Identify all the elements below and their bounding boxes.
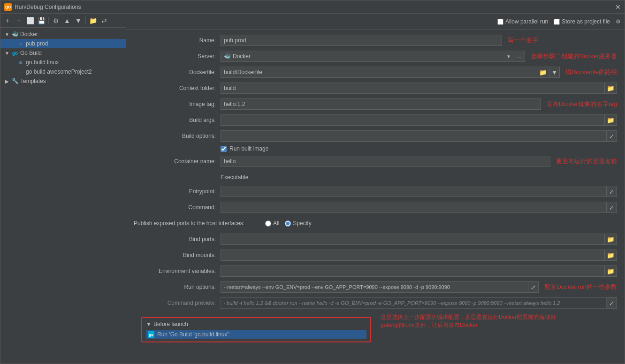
sidebar: + − ⬜ 💾 ⚙ ▲ ▼ 📁 ⇄ ▼ 🐳 Docker — [0, 14, 126, 364]
bind-mounts-input[interactable] — [221, 250, 605, 261]
command-preview-display: · build -t hello 1.2 && docker run --nam… — [221, 297, 607, 309]
env-variables-browse-button[interactable]: 📁 — [605, 265, 617, 277]
server-annotation: 选择步骤二创建的Docker服务器 — [531, 52, 617, 61]
save-config-button[interactable]: 💾 — [36, 15, 46, 26]
tree-pub-prod[interactable]: ≡ pub.prod — [0, 39, 126, 48]
server-row: Server: 🐳 Docker ▼ ... 选择步骤二创建的Docker服务器 — [134, 50, 617, 63]
form-area: Name: 写一个名字 Server: 🐳 Docker ▼ ... — [126, 30, 625, 364]
allow-parallel-text: Allow parallel run — [505, 18, 548, 25]
build-options-label: Build options: — [134, 133, 221, 139]
command-preview-label: Command preview: — [134, 300, 221, 306]
publish-ports-label: Publish exposed ports to the host interf… — [134, 220, 265, 227]
window-title: Run/Debug Configurations — [15, 4, 81, 10]
before-launch-annotation: 这里选择上一步配置的编译配置，意思是在运行Docker配置前先编译好golang… — [381, 313, 568, 329]
build-options-input[interactable] — [221, 130, 607, 142]
command-label: Command: — [134, 204, 221, 211]
wrench-icon: 🔧 — [11, 77, 19, 85]
radio-group: All Specify — [265, 220, 312, 227]
tree-go-build-awesome[interactable]: ≡ go build awesomeProject2 — [0, 67, 126, 76]
bind-ports-input[interactable] — [221, 234, 605, 245]
entrypoint-row: Entrypoint: ⤢ — [134, 185, 617, 198]
dockerfile-annotation: 填Dockerfile的路径 — [565, 68, 617, 76]
command-preview-expand-button[interactable]: ⤢ — [607, 297, 617, 309]
bind-ports-browse-button[interactable]: 📁 — [605, 234, 617, 245]
remove-config-button[interactable]: − — [14, 15, 24, 26]
dropdown-arrow-icon: ▼ — [506, 54, 511, 59]
top-settings-icon[interactable]: ⚙ — [616, 18, 621, 25]
server-more-button[interactable]: ... — [514, 51, 525, 62]
command-preview-row: Command preview: · build -t hello 1.2 &&… — [134, 296, 617, 310]
copy-config-button[interactable]: ⬜ — [25, 15, 35, 26]
run-options-value: --restart=always --env GO_ENV=prod --env… — [224, 284, 450, 290]
command-expand-button[interactable]: ⤢ — [607, 202, 617, 213]
build-args-input[interactable] — [221, 114, 605, 126]
dockerfile-browse-button[interactable]: 📁 — [537, 67, 549, 78]
allow-parallel-checkbox[interactable] — [497, 19, 503, 25]
env-variables-label: Environment variables: — [134, 268, 221, 274]
before-launch-header[interactable]: ▼ Before launch — [146, 321, 366, 327]
radio-specify-label[interactable]: Specify — [285, 220, 311, 227]
store-as-project-label[interactable]: Store as project file — [554, 18, 610, 25]
run-built-image-row: Run built image — [221, 145, 617, 152]
sort-button[interactable]: ⇄ — [99, 15, 109, 26]
name-input[interactable] — [221, 35, 502, 46]
before-launch-item-icon: go — [148, 331, 154, 338]
radio-all-label[interactable]: All — [265, 220, 279, 227]
radio-all[interactable] — [265, 220, 271, 227]
name-row: Name: 写一个名字 — [134, 34, 617, 47]
context-folder-input[interactable] — [221, 83, 605, 94]
entrypoint-input[interactable] — [221, 186, 607, 197]
build-args-browse-button[interactable]: 📁 — [605, 114, 617, 126]
tree-go-build-awesome-label: go build awesomeProject2 — [26, 68, 92, 75]
top-options-bar: Allow parallel run Store as project file… — [126, 14, 625, 30]
tree-docker[interactable]: ▼ 🐳 Docker — [0, 30, 126, 39]
executable-label: Executable — [221, 174, 248, 181]
container-name-input[interactable] — [221, 156, 550, 167]
bind-mounts-browse-button[interactable]: 📁 — [605, 250, 617, 261]
context-folder-row: Context folder: 📁 — [134, 82, 617, 95]
separator-1 — [48, 17, 49, 24]
build-options-expand-button[interactable]: ⤢ — [607, 130, 617, 142]
entrypoint-expand-button[interactable]: ⤢ — [607, 186, 617, 197]
tree-go-build-linux-label: go.build.linux — [26, 59, 59, 66]
dockerfile-input[interactable] — [221, 67, 537, 78]
radio-specify[interactable] — [285, 220, 291, 227]
run-debug-configurations-window: go Run/Debug Configurations ✕ + − ⬜ 💾 ⚙ … — [0, 0, 625, 364]
store-as-project-checkbox[interactable] — [554, 19, 560, 25]
store-as-project-text: Store as project file — [562, 18, 610, 25]
image-tag-input[interactable] — [221, 99, 541, 110]
tree-go-build[interactable]: ▼ go Go Build — [0, 48, 126, 58]
command-input[interactable] — [221, 202, 607, 213]
env-variables-input[interactable] — [221, 265, 605, 277]
run-options-expand-button[interactable]: ⤢ — [528, 281, 539, 293]
close-button[interactable]: ✕ — [615, 3, 621, 11]
context-folder-browse-button[interactable]: 📁 — [605, 83, 617, 94]
tree-templates[interactable]: ▶ 🔧 Templates — [0, 76, 126, 86]
publish-ports-row: Publish exposed ports to the host interf… — [134, 217, 617, 230]
dockerfile-dropdown-button[interactable]: ▼ — [549, 67, 560, 78]
allow-parallel-label[interactable]: Allow parallel run — [497, 18, 548, 25]
config-linux-icon: ≡ — [17, 59, 24, 66]
tree-go-build-linux[interactable]: ≡ go.build.linux — [0, 58, 126, 67]
server-docker-icon: 🐳 — [224, 53, 231, 60]
before-launch-item[interactable]: go Run 'Go Build 'go.build.linux'' — [146, 330, 366, 339]
run-built-image-checkbox[interactable] — [221, 146, 227, 152]
run-options-row: Run options: --restart=always --env GO_E… — [134, 281, 617, 294]
before-launch-section: ▼ Before launch go Run 'Go Build 'go.bui… — [141, 317, 371, 342]
executable-header-row: Executable — [134, 171, 617, 184]
tree-pub-prod-label: pub.prod — [26, 40, 48, 47]
container-name-annotation: 要发布运行的容器名称 — [556, 157, 617, 166]
add-config-button[interactable]: + — [2, 15, 13, 26]
config-tree: ▼ 🐳 Docker ≡ pub.prod ▼ go Go Build — [0, 28, 126, 364]
command-row: Command: ⤢ — [134, 201, 617, 214]
folder-button[interactable]: 📁 — [88, 15, 98, 26]
image-tag-label: Image tag: — [134, 101, 221, 107]
name-label: Name: — [134, 37, 221, 44]
dockerfile-row: Dockerfile: 📁 ▼ 填Dockerfile的路径 — [134, 66, 617, 79]
move-up-button[interactable]: ▲ — [62, 15, 72, 26]
settings-button[interactable]: ⚙ — [51, 15, 61, 26]
move-down-button[interactable]: ▼ — [73, 15, 84, 26]
image-tag-annotation: 发布Docker镜像的名字tag — [547, 100, 617, 108]
server-dropdown[interactable]: 🐳 Docker ▼ — [221, 51, 514, 62]
run-options-display[interactable]: --restart=always --env GO_ENV=prod --env… — [221, 281, 528, 293]
